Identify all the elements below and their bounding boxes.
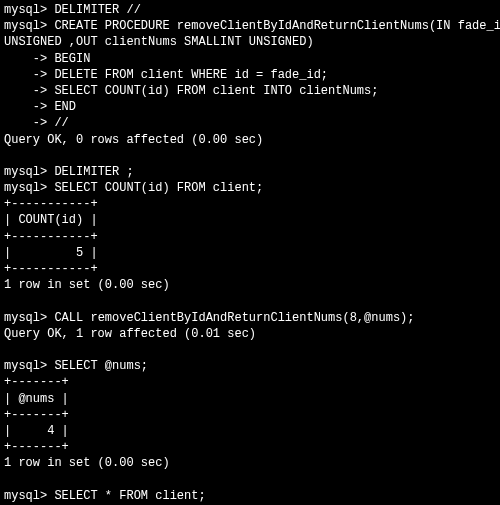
line: -> SELECT COUNT(id) FROM client INTO cli… [4, 84, 378, 98]
line: -> DELETE FROM client WHERE id = fade_id… [4, 68, 328, 82]
line: mysql> CREATE PROCEDURE removeClientById… [4, 19, 500, 33]
line: -> // [4, 116, 69, 130]
line: Query OK, 1 row affected (0.01 sec) [4, 327, 256, 341]
table-header: | COUNT(id) | [4, 213, 98, 227]
line: mysql> SELECT @nums; [4, 359, 148, 373]
table-border: +-------+ [4, 375, 69, 389]
blank-line [4, 343, 11, 357]
table-row: | 4 | [4, 424, 69, 438]
table-border: +-------+ [4, 408, 69, 422]
line: 1 row in set (0.00 sec) [4, 456, 170, 470]
line: -> BEGIN [4, 52, 90, 66]
table-header: | @nums | [4, 392, 69, 406]
mysql-terminal: mysql> DELIMITER // mysql> CREATE PROCED… [0, 0, 500, 505]
blank-line [4, 294, 11, 308]
line: mysql> SELECT * FROM client; [4, 489, 206, 503]
line: -> END [4, 100, 76, 114]
table-border: +-----------+ [4, 262, 98, 276]
table-border: +-----------+ [4, 197, 98, 211]
line: mysql> DELIMITER ; [4, 165, 134, 179]
line: mysql> SELECT COUNT(id) FROM client; [4, 181, 263, 195]
line: 1 row in set (0.00 sec) [4, 278, 170, 292]
line: mysql> DELIMITER // [4, 3, 141, 17]
line: mysql> CALL removeClientByIdAndReturnCli… [4, 311, 414, 325]
blank-line [4, 149, 11, 163]
line: UNSIGNED ,OUT clientNums SMALLINT UNSIGN… [4, 35, 314, 49]
blank-line [4, 472, 11, 486]
table-border: +-------+ [4, 440, 69, 454]
table-row: | 5 | [4, 246, 98, 260]
line: Query OK, 0 rows affected (0.00 sec) [4, 133, 263, 147]
table-border: +-----------+ [4, 230, 98, 244]
